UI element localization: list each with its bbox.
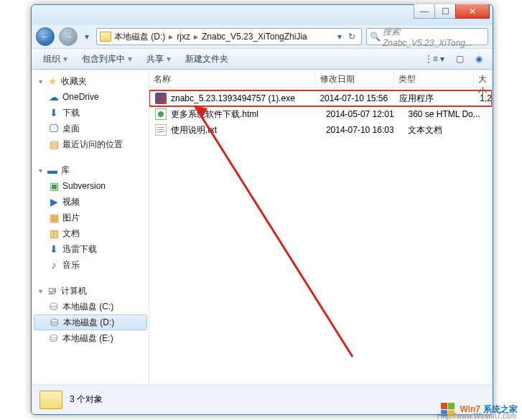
tree-favorites[interactable]: ▾★收藏夹 — [32, 73, 149, 89]
col-date[interactable]: 修改日期 — [316, 70, 394, 87]
col-size[interactable]: 大小 — [474, 70, 492, 87]
refresh-icon[interactable]: ↻ — [348, 32, 355, 42]
close-button[interactable]: ✕ — [455, 4, 490, 19]
tree-computer[interactable]: ▾🖳计算机 — [32, 283, 149, 299]
file-row[interactable]: znabc_5.23.1393494757 (1).exe2014-07-10 … — [149, 90, 492, 106]
preview-pane-icon[interactable]: ▢ — [452, 52, 468, 65]
recent-icon: ▤ — [48, 139, 60, 150]
organize-button[interactable]: 组织 ▾ — [37, 51, 73, 67]
tree-downloads[interactable]: ⬇下载 — [32, 105, 149, 121]
download-icon: ⬇ — [48, 107, 60, 118]
tree-xunlei[interactable]: ⬇迅雷下载 — [32, 241, 149, 257]
status-bar: 3 个对象 — [32, 385, 492, 414]
column-headers[interactable]: 名称 修改日期 类型 大小 — [149, 70, 492, 88]
chevron-right-icon[interactable]: ▸ — [192, 32, 200, 42]
file-type: 文本文档 — [408, 124, 492, 136]
window-controls: — ☐ ✕ — [414, 4, 490, 19]
nav-row: ← → ▾ 本地磁盘 (D:)▸ rjxz▸ Znabc_V5.23_XiTon… — [32, 25, 493, 48]
tree-pictures[interactable]: ▦图片 — [32, 210, 149, 225]
search-icon: 🔍 — [370, 32, 380, 42]
forward-button[interactable]: → — [59, 27, 78, 46]
search-placeholder: 搜索 Znabc_V5.23_XiTong... — [383, 26, 485, 48]
explorer-body: ▾★收藏夹 ☁OneDrive ⬇下载 🖵桌面 ▤最近访问的位置 ▾▬库 ▣Su… — [32, 70, 492, 384]
file-name: 使用说明.txt — [171, 124, 217, 136]
status-text: 3 个对象 — [70, 393, 103, 406]
include-button[interactable]: 包含到库中 ▾ — [76, 51, 138, 67]
chevron-down-icon: ▾ — [63, 54, 67, 64]
nav-tree[interactable]: ▾★收藏夹 ☁OneDrive ⬇下载 🖵桌面 ▤最近访问的位置 ▾▬库 ▣Su… — [32, 70, 149, 384]
tree-docs[interactable]: ▥文档 — [32, 225, 149, 241]
col-name[interactable]: 名称 — [149, 70, 316, 87]
tree-libraries[interactable]: ▾▬库 — [32, 162, 149, 178]
share-button[interactable]: 共享 ▾ — [141, 51, 177, 67]
address-controls: ▾ ↻ — [334, 32, 358, 42]
file-name: znabc_5.23.1393494757 (1).exe — [171, 93, 295, 103]
file-date: 2014-07-10 15:56 — [320, 93, 399, 103]
tree-recent[interactable]: ▤最近访问的位置 — [32, 136, 149, 152]
file-list: 名称 修改日期 类型 大小 znabc_5.23.1393494757 (1).… — [149, 70, 492, 384]
download-icon: ⬇ — [48, 243, 60, 255]
music-icon: ♪ — [48, 259, 60, 271]
pictures-icon: ▦ — [48, 212, 60, 223]
star-icon: ★ — [47, 75, 58, 87]
back-button[interactable]: ← — [36, 27, 55, 46]
breadcrumb[interactable]: 本地磁盘 (D:)▸ rjxz▸ Znabc_V5.23_XiTongZhiJi… — [114, 31, 307, 43]
new-folder-button[interactable]: 新建文件夹 — [180, 51, 234, 67]
file-icon — [155, 108, 167, 120]
crumb-2[interactable]: Znabc_V5.23_XiTongZhiJia — [202, 32, 307, 42]
tree-onedrive[interactable]: ☁OneDrive — [32, 89, 149, 105]
computer-icon: 🖳 — [47, 285, 58, 297]
file-rows: znabc_5.23.1393494757 (1).exe2014-07-10 … — [149, 88, 492, 138]
file-row[interactable]: 更多系统软件下载.html2014-05-07 12:01360 se HTML… — [149, 106, 492, 122]
tree-subversion[interactable]: ▣Subversion — [32, 178, 149, 194]
tree-desktop[interactable]: 🖵桌面 — [32, 121, 149, 136]
docs-icon: ▥ — [48, 228, 60, 239]
drive-icon: ⛁ — [48, 301, 60, 312]
minimize-button[interactable]: — — [414, 4, 435, 19]
folder-icon — [39, 391, 62, 409]
library-icon: ▬ — [47, 164, 58, 176]
crumb-0[interactable]: 本地磁盘 (D:) — [114, 31, 165, 43]
chevron-right-icon[interactable]: ▸ — [167, 32, 175, 42]
toolbar: 组织 ▾ 包含到库中 ▾ 共享 ▾ 新建文件夹 ⋮≡ ▾ ▢ ◉ — [32, 48, 493, 70]
view-options-icon[interactable]: ⋮≡ ▾ — [420, 52, 449, 65]
file-icon — [155, 124, 167, 136]
file-name: 更多系统软件下载.html — [171, 108, 258, 121]
folder-icon: ▣ — [48, 180, 60, 192]
maximize-button[interactable]: ☐ — [435, 4, 455, 19]
address-bar[interactable]: 本地磁盘 (D:)▸ rjxz▸ Znabc_V5.23_XiTongZhiJi… — [96, 28, 362, 45]
drive-icon: ⛁ — [48, 332, 60, 344]
crumb-1[interactable]: rjxz — [177, 32, 190, 42]
file-icon — [155, 93, 167, 104]
folder-icon — [100, 32, 111, 42]
video-icon: ▶ — [48, 196, 60, 207]
file-date: 2014-07-10 16:03 — [326, 125, 409, 135]
file-size: 1,2 — [480, 93, 492, 103]
chevron-down-icon: ▾ — [128, 54, 132, 64]
dropdown-icon[interactable]: ▾ — [337, 32, 342, 42]
file-type: 应用程序 — [399, 93, 480, 105]
explorer-window: — ☐ ✕ ← → ▾ 本地磁盘 (D:)▸ rjxz▸ Znabc_V5.23… — [31, 4, 493, 415]
file-type: 360 se HTML Do... — [408, 109, 492, 119]
col-type[interactable]: 类型 — [394, 70, 474, 87]
tree-disk-d[interactable]: ⛁本地磁盘 (D:) — [34, 314, 147, 330]
search-input[interactable]: 🔍 搜索 Znabc_V5.23_XiTong... — [366, 28, 488, 45]
tree-music[interactable]: ♪音乐 — [32, 257, 149, 273]
help-icon[interactable]: ◉ — [471, 52, 487, 65]
desktop-icon: 🖵 — [48, 123, 60, 134]
file-date: 2014-05-07 12:01 — [326, 109, 409, 119]
file-row[interactable]: 使用说明.txt2014-07-10 16:03文本文档 — [149, 122, 492, 138]
titlebar[interactable]: — ☐ ✕ — [32, 5, 493, 25]
cloud-icon: ☁ — [48, 91, 60, 103]
watermark-url: Http://www.Winwin7.com — [437, 412, 516, 420]
drive-icon: ⛁ — [49, 317, 60, 328]
tree-disk-e[interactable]: ⛁本地磁盘 (E:) — [32, 330, 149, 346]
tree-disk-c[interactable]: ⛁本地磁盘 (C:) — [32, 299, 149, 314]
chevron-down-icon: ▾ — [167, 54, 171, 64]
tree-video[interactable]: ▶视频 — [32, 194, 149, 210]
history-dropdown-icon[interactable]: ▾ — [82, 29, 92, 44]
